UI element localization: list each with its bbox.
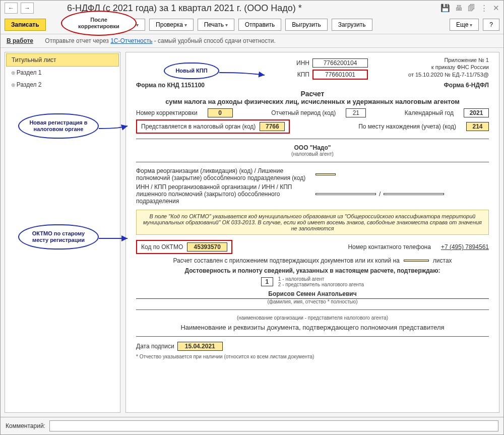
sign-date-field[interactable]: 15.04.2021 bbox=[177, 342, 223, 351]
info-hint: Отправьте отчет через bbox=[45, 37, 110, 44]
comment-label: Комментарий: bbox=[6, 422, 45, 429]
place-field[interactable]: 214 bbox=[466, 122, 489, 131]
slash: / bbox=[379, 191, 381, 198]
help-button[interactable]: ? bbox=[483, 19, 499, 31]
phone-label: Номер контактного телефона bbox=[348, 243, 430, 251]
close-icon[interactable]: ✕ bbox=[493, 4, 499, 13]
callout-after-correction: После корректировки bbox=[61, 11, 137, 36]
callout-new-reg: Новая регистрация в налоговом органе bbox=[18, 113, 99, 139]
comment-input[interactable] bbox=[49, 420, 498, 431]
sidebar-item-section1[interactable]: Раздел 1 bbox=[6, 67, 119, 79]
corr-field[interactable]: 0 bbox=[208, 108, 233, 117]
doc-title: Наименование и реквизиты документа, подт… bbox=[136, 324, 489, 331]
reorg-kpp-field[interactable] bbox=[384, 193, 444, 195]
reorg-inn-field[interactable] bbox=[316, 193, 376, 195]
nav-back-button[interactable]: ← bbox=[5, 3, 18, 14]
attachment-info: Приложение № 1 к приказу ФНС России от 1… bbox=[408, 56, 489, 78]
print-icon[interactable]: 🖶 bbox=[455, 4, 463, 13]
footnote: * Отчество указывается при наличии (отно… bbox=[136, 354, 489, 359]
sign-date-label: Дата подписи bbox=[136, 343, 174, 350]
confirm-heading: Достоверность и полноту сведений, указан… bbox=[136, 267, 489, 274]
year-field[interactable]: 2021 bbox=[464, 108, 489, 117]
sidebar-item-section2[interactable]: Раздел 2 bbox=[6, 79, 119, 91]
menu-icon[interactable]: ⋮ bbox=[480, 4, 488, 13]
callout-new-kpp: Новый КПП bbox=[164, 63, 219, 79]
phone-field[interactable]: +7 (495) 7894561 bbox=[441, 243, 489, 251]
callout-oktmo-old: ОКТМО по старому месту регистрации bbox=[18, 224, 99, 250]
reorg-inn-label: ИНН / КПП реорганизованной организации /… bbox=[136, 183, 312, 205]
reorg-label: Форма реорганизации (ликвидация) (код) /… bbox=[136, 167, 312, 181]
status-link[interactable]: В работе bbox=[7, 37, 33, 44]
save-icon[interactable]: 💾 bbox=[440, 4, 450, 13]
form-content: Новый КПП ИНН 7766200104 КПП 776601001 bbox=[125, 52, 499, 413]
signer-hint: (фамилия, имя, отчество * полностью) bbox=[136, 299, 489, 304]
knd-label: Форма по КНД 1151100 bbox=[136, 82, 205, 89]
link-1c-report[interactable]: 1С-Отчетность bbox=[110, 37, 152, 44]
more-button[interactable]: Еще bbox=[450, 19, 479, 31]
sidebar-item-title[interactable]: Титульный лист bbox=[6, 53, 119, 67]
tax-org-label: Представляется в налоговый орган (код) bbox=[141, 123, 256, 130]
nav-forward-button[interactable]: → bbox=[21, 3, 34, 14]
confirm-opt2: 2 - представитель налогового агента bbox=[278, 282, 364, 287]
tax-org-field[interactable]: 7766 bbox=[260, 122, 285, 131]
org-hint: (налоговый агент) bbox=[136, 151, 489, 157]
oktmo-group: Код по ОКТМО 45393570 bbox=[136, 240, 232, 254]
subheading: сумм налога на доходы физических лиц, ис… bbox=[136, 98, 489, 105]
load-button[interactable]: Загрузить bbox=[332, 19, 372, 31]
attach-icon[interactable]: 🗐 bbox=[468, 4, 475, 13]
attach-docs-label: Расчет составлен с приложением подтвержд… bbox=[173, 257, 399, 264]
kpp-field[interactable]: 776601001 bbox=[312, 70, 368, 80]
window-title: 6-НДФЛ (с 2021 года) за 1 квартал 2021 г… bbox=[37, 3, 302, 14]
oktmo-label: Код по ОКТМО bbox=[141, 243, 183, 251]
heading: Расчет bbox=[136, 90, 489, 98]
rep-hint: (наименование организации - представител… bbox=[136, 315, 489, 321]
kpp-label: КПП bbox=[297, 71, 309, 78]
check-button[interactable]: Проверка bbox=[149, 19, 194, 31]
org-name: ООО "Надо" bbox=[136, 144, 489, 151]
period-field[interactable]: 21 bbox=[346, 108, 366, 117]
signer-name[interactable]: Борисов Семен Анатольевич bbox=[136, 290, 489, 299]
corr-label: Номер корректировки bbox=[136, 109, 198, 116]
place-label: По месту нахождения (учета) (код) bbox=[358, 123, 456, 130]
reorg-code-field[interactable] bbox=[316, 173, 336, 175]
info-hint2: - самый удобный способ сдачи отчетности. bbox=[154, 37, 276, 44]
send-button[interactable]: Отправить bbox=[238, 19, 282, 31]
oktmo-field[interactable]: 45393570 bbox=[187, 242, 227, 252]
year-label: Календарный год bbox=[405, 109, 454, 116]
confirm-opt1: 1 - налоговый агент bbox=[278, 276, 364, 282]
inn-field[interactable]: 7766200104 bbox=[312, 58, 368, 68]
oktmo-note: В поле "Код по ОКТМО" указывается код му… bbox=[136, 210, 489, 235]
inn-label: ИНН bbox=[296, 59, 309, 67]
sheets-field[interactable] bbox=[404, 260, 429, 262]
print-button[interactable]: Печать bbox=[198, 19, 234, 31]
sheets-label: листах bbox=[433, 257, 452, 264]
tax-org-group: Представляется в налоговый орган (код) 7… bbox=[136, 119, 290, 134]
unload-button[interactable]: Выгрузить bbox=[285, 19, 328, 31]
period-label: Отчетный период (код) bbox=[271, 109, 336, 116]
form-code: Форма 6-НДФЛ bbox=[444, 82, 489, 89]
write-button[interactable]: Записать bbox=[5, 19, 46, 31]
confirm-code-field[interactable]: 1 bbox=[261, 277, 273, 286]
